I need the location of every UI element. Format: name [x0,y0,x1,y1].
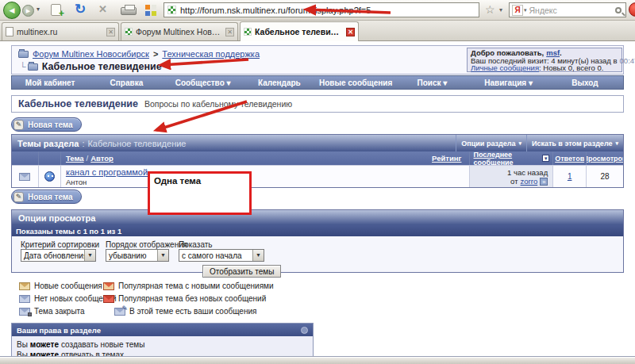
tab-close-icon[interactable]: ✕ [225,28,234,36]
show-from-label: Показать [179,240,213,249]
compose-icon: ✎ [13,120,24,130]
legend-item: ✎ В этой теме есть ваши сообщения [114,307,274,316]
new-topic-button[interactable]: ✎ Новая тема [11,117,82,132]
legend-label: Новые сообщения [34,282,102,290]
search-placeholder[interactable]: Яндекс [529,6,615,15]
tab-title: Форум Multinex Новосибирск [136,27,223,36]
no-new-posts-icon [19,295,30,303]
legend-item: Популярная тема без новых сообщений [103,294,274,303]
no-new-posts-icon [19,173,30,181]
lastpost-user-link[interactable]: zorro [521,177,538,186]
last-visit-time: 00:47 [620,56,635,65]
chevron-down-icon: ▾ [615,140,618,147]
section-search-menu[interactable]: Искать в этом разделе▾ [526,135,623,151]
bookmark-star-icon[interactable]: ☆ [485,3,495,16]
col-replies-link[interactable]: Ответов [555,155,584,163]
breadcrumb-root-link[interactable]: Форум Multinex Новосибирск [33,49,149,59]
col-lastpost-link[interactable]: Последнее сообщение [473,151,540,165]
tab-bar: multinex.ru ✕ Форум Multinex Новосибирск… [0,21,635,41]
private-messages-link[interactable]: Личные сообщения [471,63,539,72]
own-posts-icon: ✎ [114,308,125,316]
icon-legend: Новые сообщения Популярная тема с новыми… [19,282,274,316]
forward-icon[interactable]: ▶ [22,5,34,17]
url-text[interactable]: http://forum.nsk.multinex.ru/forumdispla… [180,6,371,15]
refresh-icon[interactable]: ↻ [75,1,86,17]
legend-item: Популярная тема с новыми сообщениями [103,282,274,290]
yandex-engine-icon[interactable]: Я [512,5,523,16]
tab-close-icon[interactable]: ✕ [106,28,115,36]
threads-table: Темы раздела : Кабельное телевидение Опц… [11,134,624,188]
col-views-link[interactable]: Просмотров [587,155,623,163]
search-icon[interactable] [615,7,622,13]
stop-icon[interactable]: ✕ [98,3,107,15]
section-options-menu[interactable]: Опции раздела▾ [456,135,526,151]
dropdown-arrow-icon: ▼ [252,250,264,261]
sort-descending-icon[interactable]: ▼ [542,155,549,162]
nav-logout[interactable]: Выход [547,79,623,87]
nav-help[interactable]: Справка [88,79,164,87]
back-icon[interactable]: ◀ [3,2,21,19]
tab-title: Кабельное телевидение - Фору... [255,27,344,36]
tab-forum-index[interactable]: Форум Multinex Новосибирск ✕ [121,22,238,40]
hot-no-new-posts-icon [103,295,114,303]
search-input[interactable]: Я ▾ Яндекс [509,2,626,17]
dropdown-arrow-icon: ▼ [157,250,168,261]
sort-order-select[interactable]: убыванию▼ [106,249,169,262]
col-topic-link[interactable]: Тема [66,154,84,163]
thread-title-link[interactable]: канал с программой [66,167,148,177]
page-icon [6,27,13,36]
tab-cable-tv[interactable]: Кабельное телевидение - Фору... ✕ [240,21,359,41]
status-bar-edge [0,357,635,364]
history-dropdown-icon[interactable]: ▾ [37,6,40,13]
legend-label: Популярная тема с новыми сообщениями [118,282,274,290]
forum-navbar: Мой кабинет Справка Сообщество ▾ Календа… [11,75,624,90]
nav-navigation[interactable]: Навигация ▾ [471,79,547,87]
apply-filter-button[interactable]: Отобразить темы [202,265,281,278]
go-to-last-post-icon[interactable]: » [540,178,548,186]
nav-new-messages[interactable]: Новые сообщения [318,79,394,87]
sort-criteria-label: Критерий сортировки [21,240,99,249]
thread-row: канал с программой Антон 1 час назад отz… [12,165,623,187]
address-bar[interactable]: http://forum.nsk.multinex.ru/forumdispla… [164,2,479,17]
col-author-link[interactable]: Автор [90,154,114,163]
nav-search[interactable]: Поиск ▾ [394,79,470,87]
threads-column-header: Тема / Автор Рейтинг Последнее сообщение… [12,151,623,165]
replies-count-link[interactable]: 1 [568,172,572,181]
site-favicon [167,6,176,14]
chevron-down-icon: ▾ [518,140,521,147]
legend-item: Тема закрыта [19,307,103,316]
pm-counts: : Новых 0, всего 0. [539,63,603,72]
record-indicator-icon [629,2,635,17]
rules-title: Ваши права в разделе [17,326,101,335]
collapse-panel-icon[interactable] [301,327,308,334]
page-title: Кабельное телевидение [18,98,138,109]
browser-toolbar: ◀ ▶ ▾ ↻ ✕ http://forum.nsk.multinex.ru/f… [0,0,635,21]
new-topic-button[interactable]: ✎ Новая тема [11,190,82,204]
folder-icon [28,63,38,71]
new-tab-icon[interactable] [51,4,61,16]
engine-dropdown-icon[interactable]: ▾ [524,7,527,13]
breadcrumb-parent-link[interactable]: Техническая поддержка [162,49,260,59]
legend-item: Нет новых сообщений [19,294,103,303]
thread-author: Антон [66,178,87,186]
nav-community[interactable]: Сообщество ▾ [165,79,241,87]
tree-elbow-icon: └ [20,62,26,71]
col-rating-link[interactable]: Рейтинг [432,154,466,163]
shown-topics-bar: Показаны темы с 1 по 1 из 1 [12,225,623,236]
forum-favicon [125,28,133,36]
section-title: Темы раздела [17,139,79,148]
print-icon[interactable] [121,7,137,15]
tab-close-icon[interactable]: ✕ [346,28,355,36]
nav-my-cabinet[interactable]: Мой кабинет [12,79,88,87]
legend-label: В этой теме есть ваши сообщения [129,307,256,316]
hot-new-posts-icon [103,282,114,290]
show-from-select[interactable]: с самого начала▼ [179,249,264,262]
speed-dial-icon[interactable] [145,5,156,16]
nav-calendar[interactable]: Календарь [241,79,318,87]
tab-multinex[interactable]: multinex.ru ✕ [2,22,119,40]
legend-item: Новые сообщения [19,282,103,290]
views-count: 28 [600,172,609,181]
sort-criteria-select[interactable]: Дата обновления▼ [21,249,96,262]
bookmark-dropdown-icon[interactable]: ▾ [499,6,502,13]
current-forum-crumb: └ Кабельное телевидение [20,61,162,72]
